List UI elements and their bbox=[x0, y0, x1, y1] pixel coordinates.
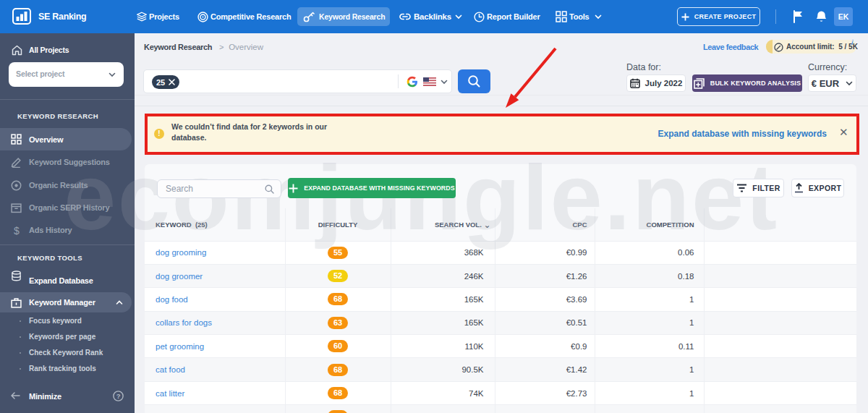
svg-text:?: ? bbox=[116, 392, 121, 400]
